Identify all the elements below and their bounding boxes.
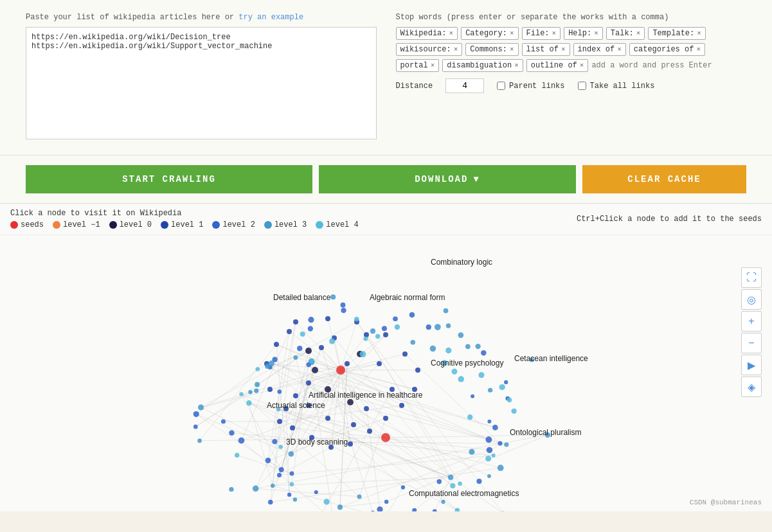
- svg-point-188: [433, 509, 437, 511]
- svg-point-289: [467, 414, 472, 420]
- stopword-tag: Template:×: [648, 27, 705, 40]
- svg-point-227: [197, 439, 202, 443]
- svg-point-244: [272, 357, 277, 362]
- stopword-tag: wikisource:×: [396, 43, 463, 56]
- stopword-tag: categories of×: [629, 43, 705, 56]
- tag-close-icon[interactable]: ×: [514, 62, 519, 69]
- recenter-icon[interactable]: ◎: [741, 289, 762, 310]
- tag-close-icon[interactable]: ×: [636, 30, 641, 37]
- svg-point-230: [221, 419, 226, 423]
- tag-label: Talk:: [611, 29, 634, 38]
- svg-point-161: [412, 387, 417, 392]
- svg-point-206: [337, 504, 343, 510]
- svg-line-114: [274, 441, 500, 443]
- tag-close-icon[interactable]: ×: [594, 30, 598, 37]
- svg-point-224: [235, 453, 239, 457]
- svg-point-190: [455, 508, 460, 511]
- download-button[interactable]: DOWNLOAD ▼: [319, 165, 576, 193]
- click-hint: Click a node to visit it on Wikipedia: [10, 209, 359, 218]
- legend-dot: [316, 221, 323, 229]
- tag-label: Category:: [465, 29, 507, 38]
- parent-links-checkbox[interactable]: [497, 82, 505, 90]
- graph-canvas[interactable]: ⛶◎+−▶◈ CSDN @submarineas Combinatory log…: [0, 235, 772, 511]
- left-panel: Paste your list of wikipedia articles he…: [26, 13, 377, 142]
- distance-input[interactable]: [445, 78, 484, 93]
- svg-point-150: [306, 403, 311, 408]
- svg-point-189: [441, 500, 445, 504]
- svg-point-288: [511, 409, 516, 414]
- articles-input[interactable]: https://en.wikipedia.org/wiki/Decision_t…: [26, 27, 377, 139]
- svg-point-173: [485, 436, 492, 443]
- svg-point-263: [393, 316, 398, 321]
- svg-point-233: [276, 407, 280, 411]
- svg-point-155: [293, 319, 298, 324]
- clear-cache-button[interactable]: CLEAR CACHE: [582, 165, 746, 193]
- tag-label: disambiguation: [447, 61, 512, 70]
- svg-point-158: [383, 332, 388, 337]
- svg-point-248: [297, 346, 302, 351]
- tag-close-icon[interactable]: ×: [510, 30, 514, 37]
- svg-point-149: [325, 416, 330, 421]
- tag-close-icon[interactable]: ×: [510, 46, 514, 53]
- tag-close-icon[interactable]: ×: [617, 46, 622, 53]
- legend-item: seeds: [10, 220, 44, 229]
- svg-point-250: [308, 326, 313, 331]
- parent-links-checkbox-label[interactable]: Parent links: [497, 82, 564, 91]
- svg-point-231: [193, 411, 199, 417]
- svg-line-117: [273, 477, 451, 486]
- legend-item: level 3: [264, 220, 307, 229]
- svg-line-17: [296, 322, 341, 370]
- legend-dot: [109, 221, 117, 229]
- svg-point-131: [336, 366, 345, 375]
- zoom-in-icon[interactable]: +: [741, 311, 762, 332]
- legend-label: level 0: [120, 220, 152, 229]
- svg-point-266: [426, 324, 431, 330]
- svg-point-228: [229, 430, 234, 436]
- svg-point-249: [309, 358, 314, 364]
- legend-item: level 1: [161, 220, 203, 229]
- svg-line-36: [405, 354, 500, 443]
- take-all-links-checkbox-label[interactable]: Take all links: [578, 82, 655, 91]
- tag-close-icon[interactable]: ×: [431, 62, 435, 69]
- tag-close-icon[interactable]: ×: [449, 30, 454, 37]
- svg-point-138: [287, 329, 292, 334]
- svg-point-243: [265, 364, 270, 369]
- svg-point-278: [458, 376, 464, 382]
- svg-point-180: [498, 465, 504, 471]
- take-all-links-checkbox[interactable]: [578, 82, 586, 90]
- tag-label: index of: [578, 45, 615, 54]
- tag-close-icon[interactable]: ×: [697, 30, 701, 37]
- svg-point-181: [476, 479, 481, 484]
- svg-line-76: [340, 364, 347, 507]
- svg-point-212: [290, 483, 294, 487]
- tag-close-icon[interactable]: ×: [580, 62, 584, 69]
- svg-point-255: [341, 303, 346, 308]
- fullscreen-icon[interactable]: ⛶: [741, 267, 762, 288]
- stopword-input[interactable]: [591, 59, 746, 72]
- svg-point-217: [271, 484, 274, 488]
- svg-line-79: [309, 351, 451, 477]
- svg-point-226: [272, 439, 277, 444]
- tag-close-icon[interactable]: ×: [561, 46, 566, 53]
- svg-point-254: [330, 294, 336, 299]
- play-icon[interactable]: ▶: [741, 355, 762, 375]
- tag-close-icon[interactable]: ×: [552, 30, 557, 37]
- zoom-out-icon[interactable]: −: [741, 333, 762, 353]
- tag-close-icon[interactable]: ×: [696, 46, 701, 53]
- legend-label: seeds: [21, 220, 44, 229]
- legend-label: level 1: [171, 220, 203, 229]
- tag-close-icon[interactable]: ×: [454, 46, 458, 53]
- legend-label: level 2: [222, 220, 255, 229]
- svg-point-146: [390, 387, 395, 392]
- svg-point-282: [504, 380, 508, 384]
- svg-point-268: [444, 308, 449, 314]
- svg-point-163: [383, 416, 388, 421]
- color-icon[interactable]: ◈: [741, 377, 762, 397]
- svg-point-260: [370, 328, 375, 333]
- download-arrow-icon: ▼: [473, 174, 480, 184]
- svg-line-33: [195, 351, 309, 427]
- tag-label: wikisource:: [400, 45, 451, 54]
- start-crawling-button[interactable]: START CRAWLING: [26, 165, 312, 193]
- example-link[interactable]: try an example: [238, 13, 303, 22]
- stopword-tag: disambiguation×: [442, 59, 523, 72]
